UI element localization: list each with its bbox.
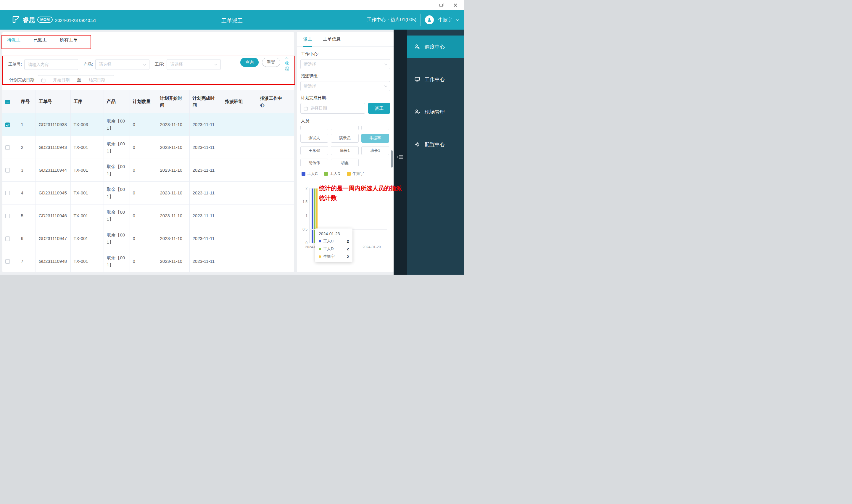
- table-header-row: 序号 工单号 工序 产品 计划数量 计划开始时间 计划完成时间 指派班组 指派工…: [2, 90, 294, 113]
- staff-button[interactable]: 胡传伟: [301, 159, 328, 166]
- restore-icon: [439, 4, 443, 6]
- minimize-button[interactable]: [420, 0, 434, 10]
- window-titlebar: [0, 0, 464, 10]
- row-checkbox[interactable]: [5, 123, 10, 127]
- col-order-no: 工单号: [36, 90, 70, 113]
- tooltip-series-dot: [319, 248, 321, 250]
- sidebar-item-work-center[interactable]: 工作中心: [407, 68, 464, 91]
- product-select-placeholder: 请选择: [99, 62, 112, 67]
- legend-swatch: [347, 172, 351, 176]
- order-no-input[interactable]: [24, 59, 78, 70]
- reset-button[interactable]: 重置: [262, 58, 280, 67]
- sidebar-item-dispatch-center[interactable]: 调度中心: [407, 36, 464, 58]
- col-plan-qty: 计划数量: [130, 90, 157, 113]
- order-no-label: 工单号:: [8, 62, 22, 67]
- sidebar-collapse-toggle[interactable]: [397, 155, 403, 160]
- tooltip-series-dot: [319, 240, 321, 242]
- calendar-icon: [304, 106, 308, 111]
- sidebar-item-label: 现场管理: [425, 109, 445, 115]
- collapse-filters-label: 收起: [285, 60, 289, 71]
- legend-item: 工人C: [302, 171, 318, 176]
- tooltip-series-name: 牛振宇: [323, 254, 335, 259]
- row-checkbox[interactable]: [5, 236, 10, 241]
- chevron-down-icon: [384, 84, 387, 87]
- process-select[interactable]: 请选择: [167, 59, 221, 70]
- team-select-placeholder: 请选择: [304, 84, 316, 89]
- chart-legend: 工人C工人D牛振宇: [302, 171, 389, 176]
- staff-button[interactable]: 测试人: [301, 134, 328, 143]
- row-checkbox[interactable]: [5, 168, 10, 173]
- tab-pending-dispatch[interactable]: 待派工: [7, 37, 20, 43]
- collapse-filters-link[interactable]: 收起: [285, 58, 289, 71]
- dispatch-date-placeholder: 选择日期: [310, 106, 327, 111]
- staff-button[interactable]: 班长1: [361, 146, 389, 155]
- user-name[interactable]: 牛振宇: [438, 17, 452, 23]
- staff-button-partial[interactable]: [301, 126, 328, 130]
- dispatch-panel-tabs: 派工 工单信息: [297, 32, 394, 47]
- tab-dispatched[interactable]: 已派工: [33, 37, 47, 43]
- table-row[interactable]: 4GD231110945 TX-001取余【001】 02023-11-10 2…: [2, 181, 294, 204]
- table-row[interactable]: 2GD231110943 TX-001取余【001】 02023-11-10 2…: [2, 136, 294, 159]
- work-center-select[interactable]: 请选择: [301, 59, 390, 69]
- staff-button[interactable]: 王永健: [301, 146, 328, 155]
- table-row[interactable]: 1GD231110938 TX-003取余【001】 02023-11-10 2…: [2, 113, 294, 136]
- team-select[interactable]: 请选择: [301, 81, 390, 91]
- col-assigned-team: 指派班组: [222, 90, 257, 113]
- staff-button-partial[interactable]: [361, 126, 389, 130]
- tab-all-orders[interactable]: 所有工单: [60, 37, 77, 43]
- chart-y-tick-label: 2: [301, 186, 307, 190]
- main-sidebar: 调度中心 工作中心 现场管理 配置中心: [407, 30, 464, 275]
- table-row[interactable]: 3GD231110944 TX-001取余【001】 02023-11-10 2…: [2, 159, 294, 181]
- dispatch-center-icon: [414, 43, 420, 50]
- row-checkbox[interactable]: [5, 259, 10, 264]
- row-checkbox[interactable]: [5, 191, 10, 195]
- chart-tooltip: 2024-01-23 工人C2工人D2牛振宇2: [315, 229, 352, 262]
- sidebar-item-config-center[interactable]: 配置中心: [407, 133, 464, 156]
- work-order-tabs: 待派工 已派工 所有工单: [2, 32, 294, 46]
- sidebar-item-site-management[interactable]: 现场管理: [407, 101, 464, 123]
- chart-y-tick-label: 0: [301, 241, 307, 245]
- tooltip-row: 工人C2: [319, 238, 349, 244]
- table-row[interactable]: 7GD231110948 TX-001取余【001】 02023-11-10 2…: [2, 250, 294, 272]
- staff-button[interactable]: 胡鑫: [331, 159, 359, 166]
- hamburger-collapse-icon: [397, 155, 403, 160]
- avatar[interactable]: [425, 15, 434, 24]
- row-checkbox[interactable]: [5, 145, 10, 150]
- row-checkbox[interactable]: [5, 214, 10, 218]
- chevron-down-icon[interactable]: [456, 17, 459, 21]
- chart-gridline: [309, 188, 387, 188]
- staff-button[interactable]: 演示员: [331, 134, 359, 143]
- staff-button[interactable]: 班长1: [331, 146, 359, 155]
- process-label: 工序:: [155, 62, 164, 67]
- staff-button[interactable]: 牛振宇: [361, 134, 389, 143]
- staff-button-partial[interactable]: [331, 126, 359, 130]
- search-button[interactable]: 查询: [240, 58, 259, 67]
- sidebar-item-label: 工作中心: [425, 76, 445, 83]
- panel-scrollbar[interactable]: [391, 150, 393, 167]
- chart-y-tick-label: 1: [301, 214, 307, 218]
- dispatch-button[interactable]: 派工: [368, 103, 390, 114]
- maximize-button[interactable]: [434, 0, 448, 10]
- filter-row-2: 计划完成日期: 开始日期 至 结束日期: [10, 75, 289, 85]
- filter-row-1: 工单号: 产品: 请选择 工序: 请选择 查询 重置 收起: [8, 58, 289, 71]
- dispatch-stats-chart: 2024-01-23 工人C2工人D2牛振宇2 00.511.522024-01…: [301, 184, 390, 258]
- header-right: 工作中心：边库01(005) 牛振宇: [367, 10, 459, 30]
- legend-swatch: [324, 172, 328, 176]
- sidebar-item-label: 配置中心: [425, 141, 445, 148]
- tab-order-info[interactable]: 工单信息: [323, 32, 341, 47]
- tab-dispatch[interactable]: 派工: [303, 32, 312, 47]
- date-range-separator: 至: [77, 77, 81, 83]
- table-row[interactable]: 5GD231110946 TX-001取余【001】 02023-11-10 2…: [2, 204, 294, 227]
- close-button[interactable]: [448, 0, 462, 10]
- tooltip-series-value: 2: [347, 239, 349, 244]
- col-plan-finish: 计划完成时间: [189, 90, 222, 113]
- select-all-checkbox[interactable]: [5, 100, 10, 104]
- plan-finish-date-range[interactable]: 开始日期 至 结束日期: [38, 75, 114, 85]
- dispatch-date-picker[interactable]: 选择日期: [301, 103, 365, 114]
- product-select[interactable]: 请选择: [95, 59, 149, 70]
- chart-y-tick-label: 0.5: [301, 227, 307, 231]
- table-row[interactable]: 6GD231110947 TX-001取余【001】 02023-11-10 2…: [2, 227, 294, 250]
- chart-gridline: [309, 216, 387, 216]
- sidebar-strip: [394, 30, 407, 275]
- user-icon: [427, 17, 432, 22]
